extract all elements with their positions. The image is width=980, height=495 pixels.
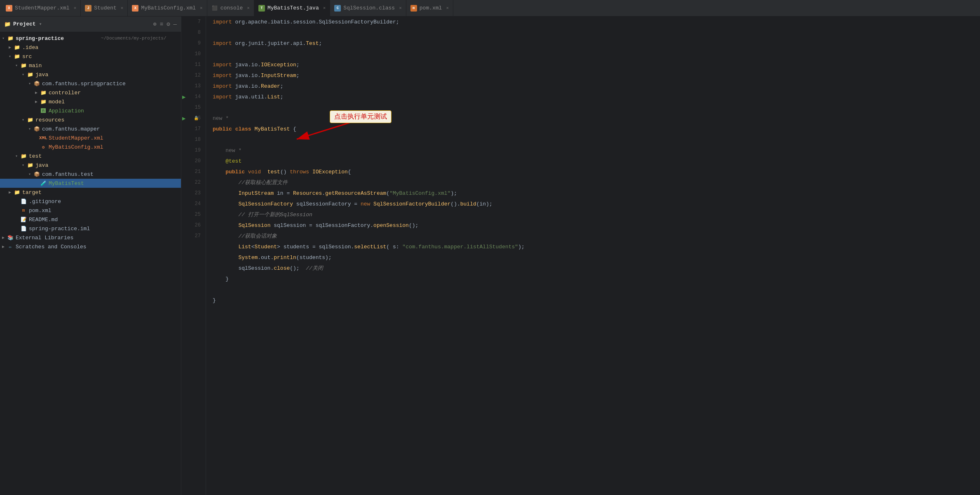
tree-label: spring-practice.iml bbox=[29, 226, 181, 232]
code-line-21: public void test() throws IOException{ bbox=[206, 166, 980, 177]
line-num-26: 26 bbox=[181, 220, 206, 231]
tab-close[interactable]: × bbox=[323, 6, 326, 11]
tree-item-test[interactable]: ▾ 📁 test bbox=[0, 152, 181, 161]
line-num-17: 17 bbox=[181, 124, 206, 134]
tab-label: MyBatisTest.java bbox=[267, 5, 319, 11]
test-java-icon: 🧪 bbox=[40, 180, 47, 187]
locate-icon[interactable]: ⊕ bbox=[153, 21, 156, 28]
tree-arrow: ▾ bbox=[0, 36, 7, 41]
dropdown-arrow-icon[interactable]: ▾ bbox=[39, 21, 42, 27]
tree-item-idea[interactable]: ▶ 📁 .idea bbox=[0, 43, 181, 52]
line-num-24: 24 bbox=[181, 198, 206, 209]
tree-item-package-main[interactable]: ▾ 📦 com.fanthus.springpractice bbox=[0, 79, 181, 88]
tree-label: pom.xml bbox=[29, 208, 181, 214]
tab-student-java[interactable]: J Student × bbox=[81, 0, 128, 16]
code-line-9: import org.junit.jupiter.api.Test; bbox=[206, 38, 980, 49]
code-line-19: new * bbox=[206, 145, 980, 156]
tab-label: Student bbox=[94, 5, 117, 11]
tree-item-gitignore[interactable]: 📄 .gitignore bbox=[0, 197, 181, 206]
tree-arrow: ▾ bbox=[20, 72, 26, 77]
code-line-33: } bbox=[206, 295, 980, 306]
scratch-icon: ✏ bbox=[7, 243, 14, 250]
line-num-9: 9 bbox=[181, 38, 206, 49]
code-line-27: //获取会话对象 bbox=[206, 231, 980, 241]
tree-item-main[interactable]: ▾ 📁 main bbox=[0, 61, 181, 70]
tree-item-java[interactable]: ▾ 📁 java bbox=[0, 70, 181, 79]
tree-arrow: ▾ bbox=[26, 81, 33, 86]
tree-item-mybatis-config-xml[interactable]: ⚙ MyBatisConfig.xml bbox=[0, 142, 181, 152]
tree-item-readme[interactable]: 📝 README.md bbox=[0, 215, 181, 224]
tree-item-external-libs[interactable]: ▶ 📚 External Libraries bbox=[0, 233, 181, 242]
tree-item-scratches[interactable]: ▶ ✏ Scratches and Consoles bbox=[0, 242, 181, 251]
tree-item-student-mapper-xml[interactable]: XML StudentMapper.xml bbox=[0, 133, 181, 142]
line-num-25: 25 bbox=[181, 209, 206, 220]
tree-arrow: ▶ bbox=[0, 235, 7, 240]
folder-icon: 📁 bbox=[40, 98, 47, 105]
tab-student-mapper-xml[interactable]: X StudentMapper.xml × bbox=[2, 0, 81, 16]
tree-label: .gitignore bbox=[29, 198, 181, 205]
tab-close[interactable]: × bbox=[247, 6, 250, 11]
tree-label: MyBatisConfig.xml bbox=[49, 144, 181, 150]
tree-item-test-java[interactable]: ▾ 📁 java bbox=[0, 161, 181, 170]
xml-icon: X bbox=[132, 5, 138, 12]
tree-item-mybatis-test[interactable]: 🧪 MyBatisTest bbox=[0, 179, 181, 188]
tree-item-pom-xml[interactable]: m pom.xml bbox=[0, 206, 181, 215]
tree-label: com.fanthus.springpractice bbox=[42, 81, 181, 87]
tab-label: pom.xml bbox=[420, 5, 442, 11]
test-folder-icon: 📁 bbox=[20, 153, 27, 159]
hide-icon[interactable]: — bbox=[173, 21, 177, 28]
folder-icon: 📁 bbox=[4, 21, 11, 28]
tree-arrow: ▶ bbox=[33, 90, 40, 95]
tab-close[interactable]: × bbox=[200, 6, 203, 11]
tab-label: MyBatisConfig.xml bbox=[141, 5, 196, 11]
run-gutter-icon-2[interactable]: ▶ bbox=[182, 115, 185, 122]
tree-item-model[interactable]: ▶ 📁 model bbox=[0, 97, 181, 106]
tree-arrow: ▾ bbox=[20, 163, 26, 168]
line-num-13: 13 bbox=[181, 81, 206, 91]
line-num-19: 19 bbox=[181, 145, 206, 156]
line-num-16: ▶ 🔒 16 bbox=[181, 113, 206, 124]
package-icon: 📦 bbox=[33, 80, 40, 87]
tree-item-target[interactable]: ▶ 📁 target bbox=[0, 188, 181, 197]
tree-item-controller[interactable]: ▶ 📁 controller bbox=[0, 88, 181, 97]
tree-item-package-mapper[interactable]: ▾ 📦 com.fanthus.mapper bbox=[0, 124, 181, 133]
tree-label: README.md bbox=[29, 217, 181, 223]
tree-label: java bbox=[35, 162, 181, 168]
code-line-7: import org.apache.ibatis.session.SqlSess… bbox=[206, 16, 980, 27]
tab-mybatis-config-xml[interactable]: X MyBatisConfig.xml × bbox=[128, 0, 207, 16]
tree-label: main bbox=[29, 63, 181, 69]
tree-label: target bbox=[22, 189, 181, 196]
tab-bar: X StudentMapper.xml × J Student × X MyBa… bbox=[0, 0, 980, 16]
code-line-13: import java.io.Reader; bbox=[206, 81, 980, 91]
tab-sql-session-class[interactable]: C SqlSession.class × bbox=[330, 0, 406, 16]
tab-close[interactable]: × bbox=[446, 6, 449, 11]
tree-item-application[interactable]: 🅰 Application bbox=[0, 106, 181, 115]
xml-config-icon: ⚙ bbox=[40, 144, 47, 150]
run-gutter-icon[interactable]: ▶ bbox=[182, 93, 185, 100]
tab-console[interactable]: ⬛ console × bbox=[207, 0, 254, 16]
line-num-21: 21 bbox=[181, 166, 206, 177]
settings-icon[interactable]: ⚙ bbox=[166, 21, 170, 28]
line-num-18: 18 bbox=[181, 134, 206, 145]
xml-icon: X bbox=[6, 5, 12, 12]
tab-close[interactable]: × bbox=[121, 6, 124, 11]
tab-pom-xml[interactable]: m pom.xml × bbox=[406, 0, 453, 16]
tree-item-resources[interactable]: ▾ 📁 resources bbox=[0, 115, 181, 124]
tree-item-iml[interactable]: 📄 spring-practice.iml bbox=[0, 224, 181, 233]
folder-icon: 📁 bbox=[13, 189, 21, 196]
tab-mybatis-test-java[interactable]: T MyBatisTest.java × bbox=[254, 0, 330, 16]
sidebar-header: 📁 Project ▾ ⊕ ≡ ⚙ — bbox=[0, 16, 181, 32]
pom-icon: m bbox=[410, 5, 417, 12]
console-icon: ⬛ bbox=[211, 5, 218, 12]
tab-close[interactable]: × bbox=[74, 6, 77, 11]
code-content[interactable]: import org.apache.ibatis.session.SqlSess… bbox=[206, 16, 980, 495]
tree-item-src[interactable]: ▾ 📁 src bbox=[0, 52, 181, 61]
code-line-26: SqlSession sqlSession = sqlSessionFactor… bbox=[206, 220, 980, 231]
tab-close[interactable]: × bbox=[399, 6, 402, 11]
code-line-10 bbox=[206, 49, 980, 59]
tree-item-root[interactable]: ▾ 📁 spring-practice ~/Documents/my-proje… bbox=[0, 34, 181, 43]
code-line-20: @test bbox=[206, 156, 980, 166]
tree-item-package-test[interactable]: ▾ 📦 com.fanthus.test bbox=[0, 170, 181, 179]
collapse-all-icon[interactable]: ≡ bbox=[160, 21, 163, 28]
line-num-10: 10 bbox=[181, 49, 206, 59]
